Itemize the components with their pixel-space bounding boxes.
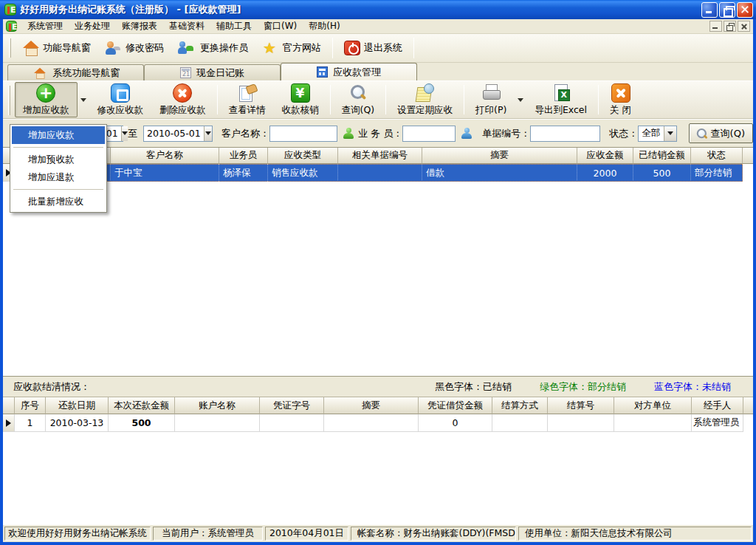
print-dropdown-arrow[interactable]	[515, 82, 526, 117]
col-repay-amount[interactable]: 本次还款金额	[109, 397, 175, 414]
nav-window-button[interactable]: 功能导航窗	[16, 37, 98, 59]
add-receivable-dropdown-arrow[interactable]	[78, 82, 89, 117]
col-voucher[interactable]: 凭证字号	[260, 397, 324, 414]
col-status[interactable]: 状态	[691, 148, 743, 164]
menu-tools[interactable]: 辅助工具	[210, 18, 258, 34]
receivables-row[interactable]: 于中宝 杨泽保 销售应收款 借款 2000 500 部分结销	[3, 164, 753, 182]
tab-system-nav[interactable]: 系统功能导航窗	[7, 64, 144, 80]
menu-system[interactable]: 系统管理	[21, 18, 69, 34]
salesman-input[interactable]	[402, 126, 456, 142]
schedule-note-icon	[416, 83, 435, 103]
col-account[interactable]: 账户名称	[175, 397, 260, 414]
writeoff-button[interactable]: 收款核销	[274, 82, 327, 117]
customer-input[interactable]	[269, 126, 337, 142]
close-button[interactable]	[737, 2, 753, 18]
customer-label: 客户名称：	[221, 127, 269, 140]
periodic-receivable-button[interactable]: 设置定期应收	[389, 82, 461, 117]
add-receivable-label: 增加应收款	[23, 104, 69, 117]
menu-item-add-prereceipt[interactable]: 增加预收款	[12, 151, 105, 168]
magnifier-icon	[348, 83, 368, 103]
status-welcome: 欢迎使用好好用财务出纳记帐系统	[4, 527, 151, 541]
status-combo[interactable]: 全部	[638, 126, 676, 142]
toolbar-grip	[8, 86, 10, 115]
app-window: 好好用财务出纳记账系统（注册版） - [应收款管理] 系统管理 业务处理 账簿报…	[0, 0, 756, 545]
tab-cash-journal[interactable]: 现金日记账	[144, 64, 281, 80]
cell-settle-no	[548, 414, 614, 432]
menu-item-add-receivable[interactable]: 增加应收款	[12, 126, 105, 144]
official-site-button[interactable]: 官方网站	[255, 37, 329, 59]
change-password-button[interactable]: 修改密码	[98, 37, 171, 59]
docno-input[interactable]	[530, 126, 600, 142]
receivables-empty-area	[3, 182, 753, 376]
add-receivable-button[interactable]: 增加应收款	[15, 82, 78, 117]
password-key-icon	[106, 41, 122, 55]
toolbar-separator	[330, 85, 331, 114]
toolbar-separator	[413, 38, 414, 58]
menu-item-add-refund[interactable]: 增加应退款	[12, 168, 105, 186]
mdi-restore-button[interactable]	[724, 21, 736, 32]
col-repay-date[interactable]: 还款日期	[46, 397, 109, 414]
titlebar: 好好用财务出纳记账系统（注册版） - [应收款管理]	[0, 0, 756, 19]
settlement-row[interactable]: 1 2010-03-13 500 0 系统管理员	[3, 414, 753, 432]
home-icon	[34, 67, 46, 78]
col-summary[interactable]: 摘要	[422, 148, 577, 164]
menu-business[interactable]: 业务处理	[69, 18, 116, 34]
selected-row[interactable]: 于中宝 杨泽保 销售应收款 借款 2000 500 部分结销	[15, 164, 743, 182]
menu-basedata[interactable]: 基础资料	[163, 18, 210, 34]
col-salesman[interactable]: 业务员	[219, 148, 268, 164]
person-blue-icon	[461, 128, 472, 139]
delete-receivable-button[interactable]: 删除应收款	[151, 82, 214, 117]
query-button[interactable]: 查询(Q)	[334, 82, 383, 117]
col-voucher-amount[interactable]: 凭证借贷金额	[419, 397, 492, 414]
col-handler[interactable]: 经手人	[692, 397, 743, 414]
menu-reports[interactable]: 账簿报表	[116, 18, 163, 34]
cell-related-no	[338, 164, 422, 182]
toolbar-separator	[464, 85, 464, 114]
status-company: 使用单位：新阳天信息技术有限公司	[518, 527, 752, 541]
col-seq[interactable]: 序号	[15, 397, 46, 414]
menubar: 系统管理 业务处理 账簿报表 基础资料 辅助工具 窗口(W) 帮助(H)	[3, 19, 753, 34]
printer-icon	[481, 83, 501, 103]
exit-system-button[interactable]: 退出系统	[337, 37, 410, 59]
menu-item-batch-add[interactable]: 批量新增应收	[12, 193, 105, 210]
cell-status: 部分结销	[691, 164, 743, 182]
mdi-minimize-button[interactable]	[709, 21, 722, 32]
toolbar-grip	[9, 38, 11, 58]
col-summary2[interactable]: 摘要	[324, 397, 419, 414]
menu-window[interactable]: 窗口(W)	[258, 18, 303, 34]
cell-account	[175, 414, 260, 432]
col-customer[interactable]: 客户名称	[111, 148, 219, 164]
cell-repay-date: 2010-03-13	[46, 414, 109, 432]
mdi-close-button[interactable]	[738, 21, 750, 32]
close-module-button[interactable]: 关 闭	[602, 82, 639, 117]
status-legend: 黑色字体：已结销 绿色字体：部分结销 蓝色字体：未结销	[435, 380, 746, 394]
query-label: 查询(Q)	[342, 104, 375, 117]
search-button[interactable]: 查询(Q)	[689, 123, 753, 143]
col-settled[interactable]: 已结销金额	[633, 148, 691, 164]
chevron-down-icon	[204, 126, 212, 141]
col-related-no[interactable]: 相关单据编号	[338, 148, 422, 164]
col-settle-no[interactable]: 结算号	[548, 397, 614, 414]
restore-button[interactable]	[719, 2, 735, 18]
col-settle-method[interactable]: 结算方式	[492, 397, 548, 414]
edit-receivable-button[interactable]: 修改应收款	[89, 82, 152, 117]
col-counterparty[interactable]: 对方单位	[614, 397, 692, 414]
minimize-button[interactable]	[701, 2, 718, 18]
col-type[interactable]: 应收类型	[268, 148, 338, 164]
legend-settled: 黑色字体：已结销	[435, 380, 512, 394]
toolbar-separator	[332, 38, 333, 58]
date-to-label: 至	[128, 127, 137, 140]
switch-operator-button[interactable]: 更换操作员	[171, 37, 255, 59]
export-excel-button[interactable]: 导出到Excel	[526, 82, 595, 117]
home-icon	[23, 41, 39, 55]
print-button[interactable]: 打印(P)	[467, 82, 515, 117]
date-to-combo[interactable]: 2010-05-01	[143, 126, 213, 142]
view-detail-button[interactable]: 查看详情	[221, 82, 274, 117]
col-amount[interactable]: 应收金额	[577, 148, 633, 164]
menu-help[interactable]: 帮助(H)	[303, 18, 346, 34]
cell-summary2	[324, 414, 419, 432]
exit-system-label: 退出系统	[364, 41, 402, 55]
settle-section-bar: 应收款结清情况： 黑色字体：已结销 绿色字体：部分结销 蓝色字体：未结销	[3, 376, 753, 397]
tab-receivables[interactable]: 应收款管理	[281, 63, 417, 80]
detail-doc-icon	[238, 83, 257, 103]
